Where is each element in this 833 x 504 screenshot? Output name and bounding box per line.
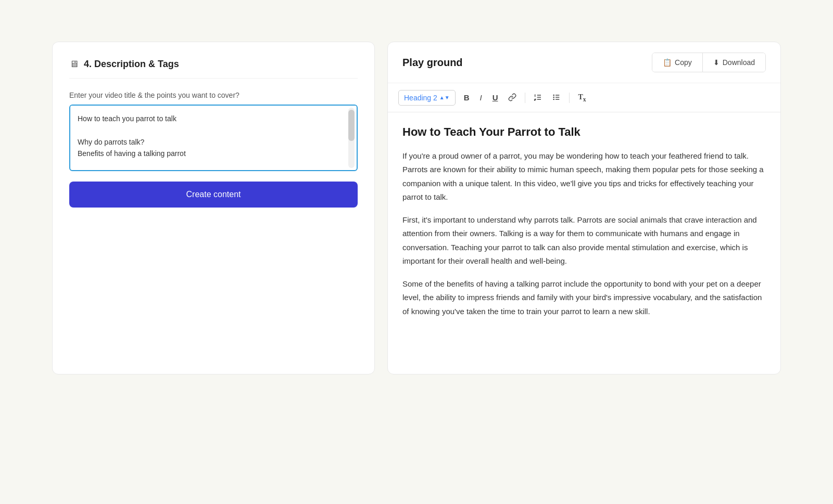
panel-title: 4. Description & Tags [84, 59, 179, 70]
svg-point-7 [553, 97, 554, 97]
create-content-button[interactable]: Create content [69, 182, 358, 208]
link-icon [508, 93, 516, 101]
unordered-list-button[interactable] [548, 90, 565, 106]
editor-toolbar: Heading 2 ▲▼ B I U [388, 83, 780, 112]
download-button[interactable]: ⬇ Download [703, 53, 765, 72]
doc-paragraph-2: First, it's important to understand why … [402, 213, 766, 268]
svg-point-8 [553, 99, 554, 99]
left-panel: 🖥 4. Description & Tags Enter your video… [52, 42, 375, 374]
doc-paragraph-1: If you're a proud owner of a parrot, you… [402, 149, 766, 204]
bold-button[interactable]: B [460, 91, 474, 105]
underline-button[interactable]: U [488, 91, 502, 105]
heading-select[interactable]: Heading 2 ▲▼ [398, 90, 456, 106]
italic-button[interactable]: I [475, 91, 486, 105]
heading-select-label: Heading 2 [404, 94, 437, 102]
doc-paragraph-3: Some of the benefits of having a talking… [402, 277, 766, 318]
playground-header: Play ground 📋 Copy ⬇ Download [388, 42, 780, 83]
unordered-list-icon [552, 93, 561, 101]
chevron-down-icon: ▲▼ [439, 95, 450, 100]
link-button[interactable] [504, 90, 521, 106]
doc-heading: How to Teach Your Parrot to Talk [402, 125, 766, 140]
panel-header: 🖥 4. Description & Tags [69, 59, 358, 79]
copy-icon: 📋 [663, 58, 672, 67]
copy-label: Copy [675, 58, 692, 67]
editor-content: How to Teach Your Parrot to Talk If you'… [388, 112, 780, 374]
download-icon: ⬇ [713, 58, 720, 67]
clear-format-label: Tx [578, 93, 586, 101]
header-actions: 📋 Copy ⬇ Download [652, 53, 766, 72]
textarea-wrapper [69, 105, 358, 171]
panel-icon: 🖥 [69, 59, 79, 70]
playground-title: Play ground [402, 57, 463, 69]
svg-point-6 [553, 95, 554, 95]
textarea-scrollbar[interactable] [348, 108, 355, 168]
main-layout: 🖥 4. Description & Tags Enter your video… [52, 42, 781, 374]
field-label: Enter your video title & the points you … [69, 91, 358, 99]
toolbar-separator-1 [525, 93, 525, 103]
clear-format-button[interactable]: Tx [574, 89, 590, 106]
copy-button[interactable]: 📋 Copy [652, 53, 703, 72]
ordered-list-button[interactable] [529, 90, 546, 106]
download-label: Download [723, 58, 755, 67]
ordered-list-icon [534, 93, 542, 101]
content-textarea[interactable] [70, 106, 357, 168]
right-panel: Play ground 📋 Copy ⬇ Download Heading 2 … [387, 42, 781, 374]
toolbar-separator-2 [569, 93, 570, 103]
